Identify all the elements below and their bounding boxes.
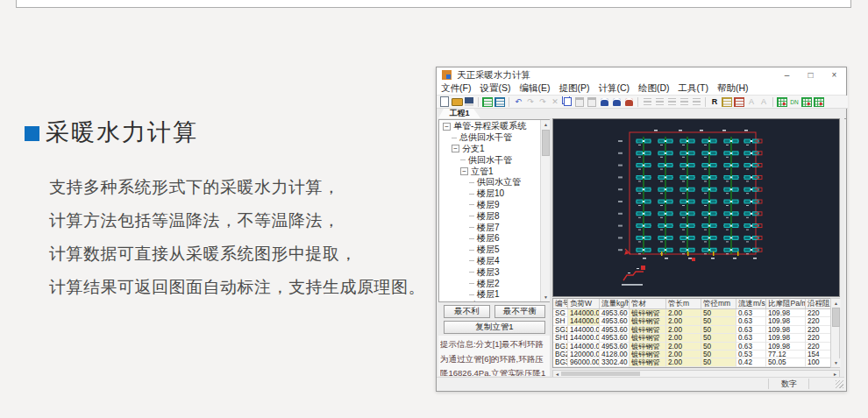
open-folder-icon[interactable] xyxy=(452,96,463,108)
table-row[interactable]: SG144000.004953.60镀锌钢管2.00500.63109.9822… xyxy=(553,309,831,317)
tree-item[interactable]: 楼层3 xyxy=(439,266,541,278)
undo-icon[interactable]: ↶ xyxy=(513,96,524,108)
tree-item[interactable]: 楼层5 xyxy=(439,244,541,256)
extract-data-icon[interactable] xyxy=(599,96,610,108)
move-down-icon[interactable] xyxy=(679,96,690,108)
tree-item[interactable]: 楼层1 xyxy=(439,289,541,301)
table-header-cell[interactable]: 管长m xyxy=(666,299,701,308)
table-cell: 4953.60 xyxy=(600,326,630,334)
menu-item[interactable]: 帮助(H) xyxy=(713,82,753,95)
table-row[interactable]: SG1144000.004953.60镀锌钢管2.00500.63109.982… xyxy=(553,326,831,334)
maximize-button[interactable]: □ xyxy=(799,67,822,82)
tree-item-label: 立管1 xyxy=(471,166,494,177)
table-cell: 0.42 xyxy=(736,358,766,366)
table-header-cell[interactable]: 管材 xyxy=(630,299,666,308)
tab-project-1[interactable]: 工程1 xyxy=(438,109,480,118)
scroll-down-icon[interactable]: ▼ xyxy=(831,358,841,367)
apply-icon[interactable] xyxy=(691,96,702,108)
table-header-cell[interactable]: 流量kg/h xyxy=(600,299,630,308)
tree-item[interactable]: 楼层9 xyxy=(439,200,541,211)
tree-item[interactable]: 总供回水干管 xyxy=(439,132,541,144)
collapse-icon[interactable]: − xyxy=(452,145,459,152)
table-header-cell[interactable]: 比摩阻Pa/m xyxy=(766,299,806,308)
menu-item[interactable]: 编辑(E) xyxy=(515,82,554,95)
minimize-button[interactable]: – xyxy=(775,67,799,82)
tree-item[interactable]: 楼层8 xyxy=(439,210,541,222)
scroll-thumb[interactable] xyxy=(561,372,640,376)
copy-icon[interactable] xyxy=(562,96,573,108)
tree-item[interactable]: 楼层6 xyxy=(439,233,541,244)
hydraulic-table-2-icon[interactable] xyxy=(494,96,506,108)
annotate-table-red-icon[interactable] xyxy=(734,96,745,108)
valve-icon[interactable] xyxy=(777,96,788,108)
new-file-icon[interactable] xyxy=(439,96,451,108)
back-annotate-icon[interactable] xyxy=(623,96,635,108)
scroll-right-icon[interactable]: ► xyxy=(831,371,839,377)
annotate-table-icon[interactable] xyxy=(722,96,733,108)
scroll-left-icon[interactable]: ◄ xyxy=(553,371,561,377)
worst-loop-button[interactable]: 最不利 xyxy=(444,305,490,318)
hydraulic-table-icon[interactable] xyxy=(482,96,494,108)
tree-item[interactable]: 供回水干管 xyxy=(439,154,541,166)
delete-icon[interactable]: ✕ xyxy=(550,96,561,108)
scroll-thumb[interactable] xyxy=(832,308,840,327)
redo-all-icon[interactable]: ↷ xyxy=(537,96,549,108)
tree-item[interactable]: 楼层2 xyxy=(439,278,541,289)
table-row[interactable]: BG1144000.004953.60镀锌钢管2.00500.63109.982… xyxy=(553,343,831,351)
tree-item[interactable]: 楼层10 xyxy=(439,188,541,200)
menu-item[interactable]: 工具(T) xyxy=(674,82,713,95)
table-cell: SH xyxy=(553,317,568,325)
redo-icon[interactable]: ↷ xyxy=(525,96,537,108)
tree-item[interactable]: −分支1 xyxy=(439,144,541,155)
table-vertical-scrollbar[interactable]: ▲ ▼ xyxy=(830,298,840,368)
row-delete-icon[interactable] xyxy=(654,96,665,108)
collapse-icon[interactable]: − xyxy=(460,167,468,175)
save-icon[interactable] xyxy=(464,96,475,108)
tree-item[interactable]: +立管2 xyxy=(439,301,541,302)
table-row[interactable]: BG396000.003302.40镀锌钢管2.00500.4250.05100 xyxy=(553,358,831,366)
toolbar-separator xyxy=(705,97,706,107)
r-label-icon[interactable]: R xyxy=(709,96,721,108)
menu-item[interactable]: 绘图(D) xyxy=(634,82,674,95)
table-cell: 镀锌钢管 xyxy=(630,326,666,334)
copy-riser-button[interactable]: 复制立管1 xyxy=(444,321,545,334)
extract-data-2-icon[interactable] xyxy=(611,96,623,108)
menu-item[interactable]: 设置(S) xyxy=(475,82,515,95)
scroll-thumb[interactable] xyxy=(542,130,550,156)
table-row[interactable]: BG2120000.004128.00镀锌钢管2.00500.5377.1215… xyxy=(553,351,831,358)
close-button[interactable]: × xyxy=(822,67,846,82)
menu-item[interactable]: 提图(P) xyxy=(554,82,594,95)
scroll-up-icon[interactable]: ▲ xyxy=(831,299,841,308)
title-bar[interactable]: 天正采暖水力计算 – □ × xyxy=(437,67,846,82)
tree-branch-line xyxy=(469,238,474,239)
tree-item[interactable]: 楼层4 xyxy=(439,256,541,267)
dn-label-icon[interactable]: DN xyxy=(789,96,800,108)
riser-icon[interactable] xyxy=(801,96,813,108)
find-text-2-icon[interactable]: A xyxy=(758,96,770,108)
table-header-cell[interactable]: 编号 xyxy=(553,299,568,308)
move-up-icon[interactable] xyxy=(666,96,678,108)
drawing-canvas[interactable] xyxy=(552,118,840,297)
table-header-cell[interactable]: 负荷W xyxy=(568,299,600,308)
most-unbalanced-button[interactable]: 最不平衡 xyxy=(494,305,545,318)
paste-icon[interactable] xyxy=(574,96,586,108)
paste-special-icon[interactable] xyxy=(587,96,598,108)
tree-item[interactable]: 供回水立管 xyxy=(439,177,541,188)
table-cell: 0.63 xyxy=(736,334,766,342)
row-insert-icon[interactable] xyxy=(642,96,653,108)
resize-grip-icon[interactable] xyxy=(836,380,843,388)
table-cell: 50 xyxy=(701,326,736,334)
menu-item[interactable]: 文件(F) xyxy=(437,82,475,95)
table-header-cell[interactable]: 管径mm xyxy=(701,299,736,308)
tree-item[interactable]: −单管-异程采暖系统 xyxy=(439,121,541,132)
table-header-cell[interactable]: 流速m/s xyxy=(736,299,766,308)
feature-line: 计算方法包括等温降法，不等温降法， xyxy=(49,204,437,237)
tree-item[interactable]: 楼层7 xyxy=(439,222,541,233)
collapse-icon[interactable]: − xyxy=(443,123,451,131)
menu-item[interactable]: 计算(C) xyxy=(594,82,634,95)
find-text-icon[interactable]: A xyxy=(746,96,758,108)
table-row[interactable]: SH144000.004953.60镀锌钢管2.00500.63109.9822… xyxy=(553,317,831,325)
riser-2-icon[interactable] xyxy=(814,96,825,108)
table-row[interactable]: SH1144000.004953.60镀锌钢管2.00500.63109.982… xyxy=(553,334,831,342)
tree-item[interactable]: −立管1 xyxy=(439,166,541,177)
